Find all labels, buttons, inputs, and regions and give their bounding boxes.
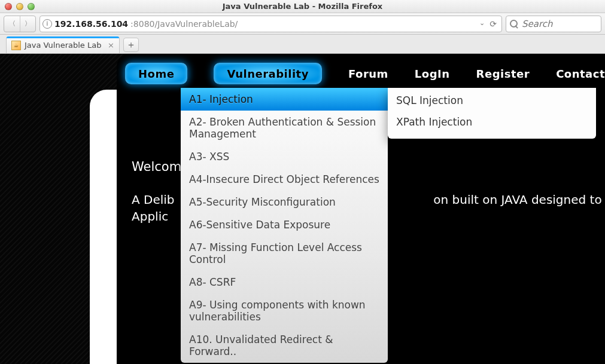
- dd-item-a8[interactable]: A8- CSRF: [181, 271, 388, 293]
- sub-item-sql[interactable]: SQL Injection: [388, 90, 596, 111]
- injection-submenu: SQL Injection XPath Injection: [388, 88, 596, 139]
- dd-item-a9[interactable]: A9- Using components with known vulnerab…: [181, 293, 388, 328]
- chevron-right-icon: 〉: [25, 19, 31, 28]
- search-bar[interactable]: [506, 16, 601, 32]
- nav-home[interactable]: Home: [125, 63, 187, 84]
- nav-button-group: 〈 〉: [4, 16, 36, 32]
- tab-strip: ☕ Java Vulnerable Lab × ＋: [0, 35, 605, 54]
- window-title: Java Vulnerable Lab - Mozilla Firefox: [0, 2, 605, 11]
- dd-item-a1[interactable]: A1- Injection: [181, 88, 388, 111]
- vulnerability-dropdown: A1- Injection A2- Broken Authentication …: [181, 88, 388, 363]
- dd-item-a5[interactable]: A5-Security Misconfiguration: [181, 191, 388, 213]
- nav-contact[interactable]: Contact: [556, 68, 605, 80]
- sub-item-xpath[interactable]: XPath Injection: [388, 111, 596, 133]
- url-path: :8080/JavaVulnerableLab/: [130, 19, 238, 29]
- browser-toolbar: 〈 〉 i 192.168.56.104:8080/JavaVulnerable…: [0, 13, 605, 35]
- nav-login[interactable]: LogIn: [415, 68, 450, 80]
- chevron-left-icon: 〈: [9, 19, 16, 28]
- window-titlebar: Java Vulnerable Lab - Mozilla Firefox: [0, 0, 605, 13]
- desc-line1-right: on built on JAVA designed to tea: [433, 192, 605, 207]
- globe-icon: i: [42, 19, 52, 29]
- forward-button[interactable]: 〉: [20, 16, 35, 32]
- site-nav: Home Vulnerability Forum LogIn Register …: [117, 59, 605, 88]
- nav-vulnerability[interactable]: Vulnerability: [214, 63, 322, 84]
- search-input[interactable]: [522, 19, 597, 29]
- desc-line1-left: A Delib: [132, 192, 175, 207]
- tab-favicon-icon: ☕: [11, 41, 21, 50]
- dd-item-a7[interactable]: A7- Missing Function Level Access Contro…: [181, 236, 388, 271]
- page-viewport: Home Vulnerability Forum LogIn Register …: [0, 54, 605, 364]
- dd-item-a3[interactable]: A3- XSS: [181, 145, 388, 168]
- nav-register[interactable]: Register: [476, 68, 530, 80]
- tab-label: Java Vulnerable Lab: [25, 41, 101, 50]
- dropdown-history-icon[interactable]: ⌄: [479, 19, 485, 29]
- reload-icon[interactable]: ⟳: [490, 19, 497, 29]
- tab-close-icon[interactable]: ×: [108, 41, 114, 50]
- back-button[interactable]: 〈: [4, 16, 20, 32]
- url-host: 192.168.56.104: [54, 19, 128, 29]
- url-bar[interactable]: i 192.168.56.104:8080/JavaVulnerableLab/…: [39, 16, 502, 32]
- dd-item-a10[interactable]: A10. Unvalidated Redirect & Forward..: [181, 328, 388, 363]
- search-icon: [510, 20, 518, 28]
- dd-item-a4[interactable]: A4-Insecure Direct Object References: [181, 168, 388, 191]
- browser-tab-active[interactable]: ☕ Java Vulnerable Lab ×: [6, 36, 120, 53]
- nav-forum[interactable]: Forum: [348, 68, 388, 80]
- new-tab-button[interactable]: ＋: [123, 38, 139, 52]
- dd-item-a2[interactable]: A2- Broken Authentication & Session Mana…: [181, 111, 388, 145]
- dd-item-a6[interactable]: A6-Sensitive Data Exposure: [181, 213, 388, 236]
